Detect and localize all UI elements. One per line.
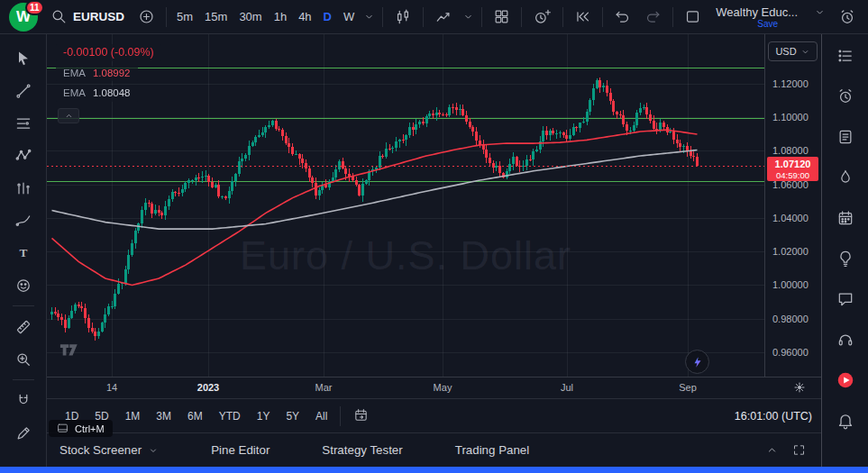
time-axis-label: Mar: [315, 382, 333, 393]
indicator-value: 1.08048: [93, 88, 131, 99]
time-axis[interactable]: 142023MarMayJulSep: [47, 377, 821, 398]
timeframe-1d[interactable]: D: [318, 6, 337, 27]
notifications-button[interactable]: [829, 408, 862, 432]
live-streams-button[interactable]: [829, 368, 862, 392]
timeframe-5m[interactable]: 5m: [171, 6, 198, 27]
timeframe-4h[interactable]: 4h: [293, 6, 316, 27]
news-button[interactable]: [829, 124, 862, 149]
layout-title[interactable]: Wealthy Educ...: [716, 5, 798, 19]
indicator-legend-row[interactable]: EMA 1.08992: [56, 66, 138, 82]
rail-divider: [13, 305, 34, 306]
tool-magnet[interactable]: [7, 388, 40, 413]
headset-icon: [836, 331, 854, 349]
tab-label: Trading Panel: [455, 443, 530, 457]
range-1m[interactable]: 1M: [118, 406, 148, 426]
redo-arrow-icon: [644, 8, 662, 25]
replay-button[interactable]: [568, 5, 598, 29]
range-6m[interactable]: 6M: [180, 406, 210, 426]
goto-date-button[interactable]: [346, 404, 376, 429]
indicators-button[interactable]: [428, 5, 459, 30]
redo-button[interactable]: [638, 5, 668, 29]
templates-button[interactable]: [487, 5, 516, 29]
zigzag-pattern-icon: [14, 147, 32, 165]
timeframe-1w[interactable]: W: [338, 6, 360, 27]
ruler-icon: [14, 318, 32, 336]
panel-toggle-icon: [57, 423, 69, 434]
range-3m[interactable]: 3M: [149, 406, 178, 426]
ideas-button[interactable]: [829, 246, 862, 270]
price-axis[interactable]: USD 1.120001.100001.080001.060001.040001…: [764, 34, 821, 377]
chart-area: Euro / U.S. Dollar -0.00100 (-0.09%) EMA…: [47, 34, 821, 377]
layout-title-wrap: Wealthy Educ... Save: [716, 5, 826, 29]
hotlists-button[interactable]: [829, 165, 862, 189]
save-layout-button[interactable]: Save: [757, 19, 778, 29]
layout-select-button[interactable]: [678, 5, 708, 29]
quick-alert-button[interactable]: [832, 5, 863, 30]
tab-label: Strategy Tester: [322, 443, 402, 457]
calendar-button[interactable]: [829, 205, 862, 230]
tool-forecast[interactable]: [7, 176, 40, 200]
tool-text[interactable]: T: [7, 241, 40, 265]
range-all[interactable]: All: [308, 406, 334, 426]
notification-badge: 11: [25, 0, 44, 15]
time-axis-label: Sep: [679, 382, 697, 393]
currency-toggle-button[interactable]: USD: [768, 41, 818, 61]
tool-trend-line[interactable]: [7, 78, 40, 103]
time-axis-label: May: [434, 382, 452, 393]
indicator-legend-row[interactable]: EMA 1.08048: [56, 86, 138, 102]
timeframe-15m[interactable]: 15m: [199, 6, 233, 27]
tool-cursor[interactable]: [7, 46, 40, 70]
axis-settings-button[interactable]: [792, 380, 807, 397]
chat-button[interactable]: [829, 287, 862, 311]
lightbulb-icon: [836, 250, 854, 268]
timeframe-1h[interactable]: 1h: [269, 6, 292, 27]
tab-pine-editor[interactable]: Pine Editor: [204, 438, 277, 462]
alert-button[interactable]: [526, 5, 558, 30]
chart-style-button[interactable]: [388, 5, 418, 30]
chart-plot: Euro / U.S. Dollar -0.00100 (-0.09%) EMA…: [47, 34, 764, 377]
time-axis-label: Jul: [561, 382, 573, 393]
rewind-icon: [574, 8, 591, 25]
tool-fib-lines[interactable]: [7, 111, 40, 135]
tool-emoji[interactable]: [7, 273, 40, 297]
range-5y[interactable]: 5Y: [279, 406, 306, 426]
clock-display: 16:01:00 (UTC): [735, 410, 812, 423]
range-1y[interactable]: 1Y: [250, 406, 278, 426]
tool-xabcd-pattern[interactable]: [7, 143, 40, 168]
alerts-button[interactable]: [829, 84, 862, 108]
rail-divider: [13, 379, 34, 380]
search-icon: [50, 8, 68, 25]
time-axis-label: 14: [106, 382, 117, 393]
timeframe-30m[interactable]: 30m: [233, 6, 267, 27]
legend-collapse-button[interactable]: [58, 108, 79, 123]
indicators-dropdown-button[interactable]: [460, 7, 477, 26]
quick-action-button[interactable]: [685, 350, 709, 374]
panel-maximize-button[interactable]: [785, 438, 812, 463]
plus-circle-icon: [138, 8, 155, 25]
streams-button[interactable]: [829, 327, 862, 351]
intervals-dropdown-button[interactable]: [361, 7, 378, 26]
toolbar-divider: [602, 7, 603, 27]
app-logo[interactable]: W 11: [5, 0, 43, 34]
tool-brush[interactable]: [7, 208, 40, 232]
trend-line-icon: [14, 82, 32, 100]
undo-button[interactable]: [608, 5, 637, 29]
symbol-search-button[interactable]: EURUSD: [44, 5, 131, 29]
toolbar-divider: [521, 7, 522, 27]
horizontal-lines-icon: [14, 114, 32, 132]
tab-strategy-tester[interactable]: Strategy Tester: [315, 438, 409, 462]
range-ytd[interactable]: YTD: [212, 406, 248, 426]
smiley-icon: [14, 277, 32, 295]
tool-draw-edit[interactable]: [7, 421, 40, 445]
symbol-change-text[interactable]: -0.00100 (-0.09%): [56, 44, 161, 61]
tool-measure[interactable]: [7, 314, 40, 339]
tool-zoom[interactable]: [7, 347, 40, 371]
watchlist-button[interactable]: [829, 43, 862, 68]
panel-collapse-button[interactable]: [758, 438, 785, 463]
bar-countdown: 04:59:00: [767, 170, 818, 180]
tab-stock-screener[interactable]: Stock Screener: [52, 438, 166, 462]
right-sidebar-rail: [821, 34, 868, 467]
tab-trading-panel[interactable]: Trading Panel: [448, 438, 537, 462]
chevron-down-icon[interactable]: [814, 6, 826, 18]
compare-add-button[interactable]: [132, 5, 161, 29]
